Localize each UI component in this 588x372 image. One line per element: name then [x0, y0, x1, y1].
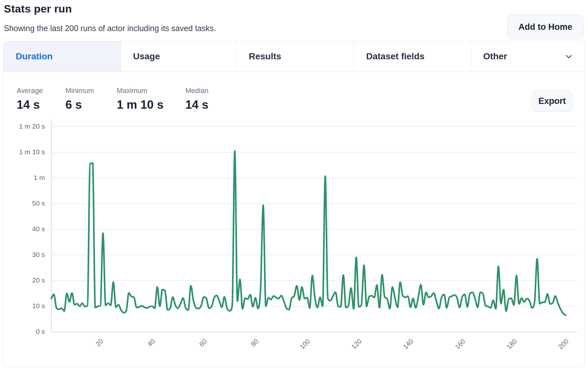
add-to-home-label: Add to Home	[518, 22, 572, 32]
y-tick-label: 50 s	[5, 199, 45, 207]
stat-minimum-value: 6 s	[65, 98, 94, 112]
page-subtitle: Showing the last 200 runs of actor inclu…	[4, 24, 216, 33]
tab-bar: Duration Usage Results Dataset fields Ot…	[4, 41, 584, 72]
y-tick-label: 40 s	[5, 225, 45, 233]
tab-other[interactable]: Other	[471, 41, 584, 72]
stat-average: Average 14 s	[17, 87, 43, 112]
y-tick-label: 0 s	[5, 328, 45, 335]
y-tick-label: 20 s	[5, 276, 45, 284]
stat-maximum-value: 1 m 10 s	[117, 98, 164, 112]
tab-duration[interactable]: Duration	[4, 41, 121, 72]
tab-dataset-fields[interactable]: Dataset fields	[354, 41, 471, 72]
y-tick-label: 1 m 10 s	[5, 148, 45, 156]
chevron-down-icon	[564, 52, 574, 61]
tab-results-label: Results	[249, 51, 281, 62]
tab-usage[interactable]: Usage	[121, 41, 237, 72]
add-to-home-button[interactable]: Add to Home	[507, 15, 584, 39]
tab-results[interactable]: Results	[237, 41, 354, 72]
y-tick-label: 10 s	[5, 302, 45, 310]
stat-maximum: Maximum 1 m 10 s	[117, 87, 164, 112]
tab-dataset-fields-label: Dataset fields	[366, 51, 424, 62]
export-label: Export	[538, 96, 566, 106]
stat-minimum: Minimum 6 s	[65, 87, 94, 112]
tab-duration-label: Duration	[16, 51, 53, 62]
y-tick-label: 1 m 20 s	[5, 123, 45, 130]
stat-average-label: Average	[17, 87, 43, 95]
stat-median: Median 14 s	[185, 87, 208, 112]
tab-other-label: Other	[483, 51, 507, 62]
export-button[interactable]: Export	[532, 91, 572, 112]
stat-minimum-label: Minimum	[65, 87, 94, 95]
tab-usage-label: Usage	[133, 51, 160, 62]
stat-maximum-label: Maximum	[117, 87, 164, 95]
page-title: Stats per run	[4, 3, 72, 15]
stat-average-value: 14 s	[17, 98, 43, 112]
y-tick-label: 1 m	[5, 174, 45, 182]
stat-median-value: 14 s	[185, 98, 208, 112]
y-tick-label: 30 s	[5, 251, 45, 258]
stats-per-run-panel: Stats per run Showing the last 200 runs …	[0, 0, 588, 372]
stat-median-label: Median	[185, 87, 208, 95]
